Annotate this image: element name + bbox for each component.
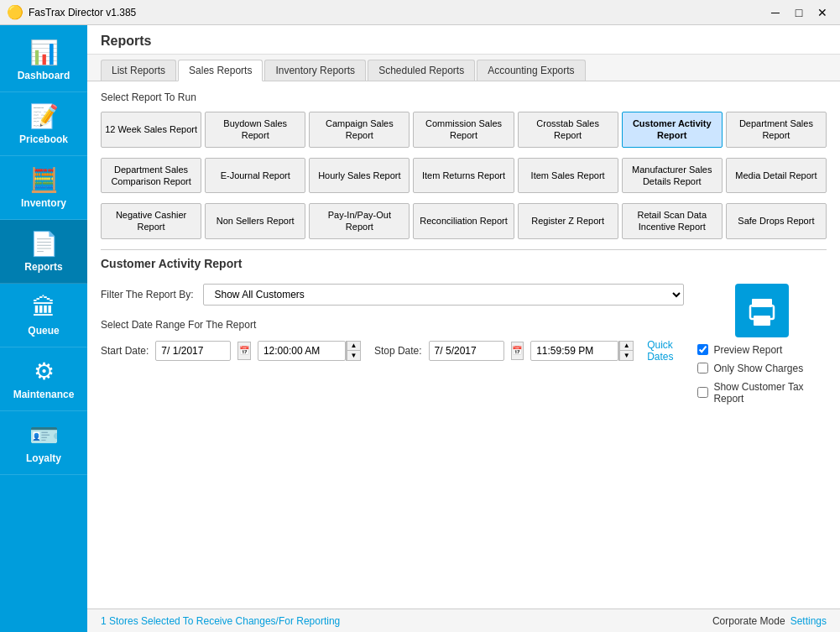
report-btn-dept-sales-comparison[interactable]: Department Sales Comparison Report bbox=[101, 158, 201, 194]
report-btn-media-detail[interactable]: Media Detail Report bbox=[726, 158, 827, 194]
stop-date-input[interactable] bbox=[429, 341, 504, 361]
app-title: FasTrax Director v1.385 bbox=[29, 7, 136, 18]
only-show-charges-checkbox[interactable] bbox=[697, 363, 708, 373]
stop-time-spinner[interactable]: ▲ ▼ bbox=[618, 341, 634, 361]
report-btn-register-z[interactable]: Register Z Report bbox=[518, 203, 618, 239]
status-bar: 1 Stores Selected To Receive Changes/For… bbox=[87, 608, 840, 632]
start-date-calendar-btn[interactable]: 📅 bbox=[237, 342, 251, 360]
preview-report-label: Preview Report bbox=[713, 344, 782, 356]
report-btn-customer-activity[interactable]: Customer Activity Report bbox=[622, 112, 723, 148]
main-content: Reports List Reports Sales Reports Inven… bbox=[87, 25, 840, 632]
sidebar-item-reports[interactable]: 📄 Reports bbox=[0, 220, 87, 284]
report-btn-crosstab-sales[interactable]: Crosstab Sales Report bbox=[518, 112, 618, 148]
report-btn-campaign-sales[interactable]: Campaign Sales Report bbox=[309, 112, 410, 148]
sidebar-label-maintenance: Maintenance bbox=[13, 389, 75, 400]
report-btn-non-sellers[interactable]: Non Sellers Report bbox=[205, 203, 305, 239]
only-show-charges-label: Only Show Charges bbox=[713, 363, 803, 374]
filter-row: Filter The Report By: Show All Customers bbox=[101, 284, 684, 306]
sidebar-label-inventory: Inventory bbox=[21, 197, 66, 209]
stop-time-input[interactable] bbox=[530, 341, 618, 361]
report-btn-item-returns[interactable]: Item Returns Report bbox=[413, 158, 514, 194]
stop-time-down[interactable]: ▼ bbox=[619, 351, 633, 360]
print-button[interactable] bbox=[735, 284, 789, 337]
stores-link[interactable]: 1 Stores Selected To Receive Changes/For… bbox=[101, 615, 340, 627]
stop-date-calendar-btn[interactable]: 📅 bbox=[511, 342, 524, 360]
section-divider bbox=[101, 249, 827, 250]
tab-scheduled-reports[interactable]: Scheduled Reports bbox=[368, 60, 475, 81]
report-btn-negative-cashier[interactable]: Negative Cashier Report bbox=[101, 203, 201, 239]
pricebook-icon: 📝 bbox=[29, 102, 59, 130]
settings-link[interactable]: Settings bbox=[790, 615, 827, 627]
tab-accounting-exports[interactable]: Accounting Exports bbox=[477, 60, 585, 81]
date-range-label: Select Date Range For The Report bbox=[101, 319, 684, 331]
maximize-button[interactable]: □ bbox=[788, 4, 810, 21]
start-date-input[interactable] bbox=[155, 341, 231, 361]
maintenance-icon: ⚙ bbox=[34, 358, 55, 385]
sidebar: 📊 Dashboard 📝 Pricebook 🧮 Inventory 📄 Re… bbox=[0, 25, 87, 632]
sidebar-item-dashboard[interactable]: 📊 Dashboard bbox=[0, 29, 87, 92]
sidebar-item-pricebook[interactable]: 📝 Pricebook bbox=[0, 92, 87, 156]
close-button[interactable]: ✕ bbox=[811, 4, 833, 21]
report-btn-retail-scan-data[interactable]: Retail Scan Data Incentive Report bbox=[622, 203, 723, 239]
start-time-spinner[interactable]: ▲ ▼ bbox=[346, 341, 361, 361]
tab-inventory-reports[interactable]: Inventory Reports bbox=[264, 60, 366, 81]
stop-time-wrapper: ▲ ▼ bbox=[530, 341, 634, 361]
reports-icon: 📄 bbox=[29, 230, 59, 258]
report-area: Select Report To Run 12 Week Sales Repor… bbox=[87, 81, 840, 608]
show-customer-tax-checkbox[interactable] bbox=[697, 387, 708, 398]
report-btn-safe-drops[interactable]: Safe Drops Report bbox=[726, 203, 827, 239]
inventory-icon: 🧮 bbox=[29, 166, 59, 194]
report-btn-ejournal[interactable]: E-Journal Report bbox=[205, 158, 305, 194]
report-btn-buydown-sales[interactable]: Buydown Sales Report bbox=[205, 112, 305, 148]
show-customer-tax-row: Show Customer Tax Report bbox=[697, 381, 827, 405]
sidebar-label-dashboard: Dashboard bbox=[18, 70, 70, 81]
tab-list-reports[interactable]: List Reports bbox=[101, 60, 176, 81]
start-time-down[interactable]: ▼ bbox=[347, 351, 360, 360]
report-btn-12-week-sales[interactable]: 12 Week Sales Report bbox=[101, 112, 201, 148]
report-btn-commission-sales[interactable]: Commission Sales Report bbox=[413, 112, 514, 148]
report-btn-manufacturer-sales-details[interactable]: Manufacturer Sales Details Report bbox=[622, 158, 723, 194]
report-btn-hourly-sales[interactable]: Hourly Sales Report bbox=[309, 158, 410, 194]
report-buttons-row2: Department Sales Comparison ReportE-Jour… bbox=[101, 158, 827, 194]
tab-sales-reports[interactable]: Sales Reports bbox=[178, 60, 263, 81]
show-customer-tax-label: Show Customer Tax Report bbox=[713, 381, 827, 405]
date-row: Start Date: 📅 ▲ ▼ Stop Date: bbox=[101, 339, 684, 363]
minimize-button[interactable]: ─ bbox=[764, 4, 786, 21]
sidebar-item-maintenance[interactable]: ⚙ Maintenance bbox=[0, 347, 87, 411]
report-btn-pay-in-pay-out[interactable]: Pay-In/Pay-Out Report bbox=[309, 203, 410, 239]
dashboard-icon: 📊 bbox=[29, 39, 59, 66]
report-btn-department-sales[interactable]: Department Sales Report bbox=[726, 112, 827, 148]
sidebar-label-loyalty: Loyalty bbox=[26, 452, 61, 464]
svg-rect-3 bbox=[769, 309, 772, 312]
report-form-right: Preview Report Only Show Charges Show Cu… bbox=[697, 284, 827, 405]
loyalty-icon: 🪪 bbox=[29, 421, 59, 449]
report-btn-reconciliation[interactable]: Reconciliation Report bbox=[413, 203, 514, 239]
sidebar-item-queue[interactable]: 🏛 Queue bbox=[0, 284, 87, 347]
sidebar-label-reports: Reports bbox=[24, 261, 62, 273]
start-date-label: Start Date: bbox=[101, 345, 149, 357]
report-btn-item-sales[interactable]: Item Sales Report bbox=[518, 158, 618, 194]
queue-icon: 🏛 bbox=[32, 294, 55, 321]
tabs-bar: List Reports Sales Reports Inventory Rep… bbox=[87, 55, 840, 81]
status-right: Corporate Mode Settings bbox=[712, 615, 827, 627]
report-form-left: Filter The Report By: Show All Customers… bbox=[101, 284, 684, 405]
start-time-wrapper: ▲ ▼ bbox=[258, 341, 361, 361]
start-time-input[interactable] bbox=[258, 341, 346, 361]
report-buttons-row1: 12 Week Sales ReportBuydown Sales Report… bbox=[101, 112, 827, 148]
sidebar-item-inventory[interactable]: 🧮 Inventory bbox=[0, 156, 87, 220]
mode-label: Corporate Mode bbox=[712, 615, 785, 627]
stop-time-up[interactable]: ▲ bbox=[619, 342, 633, 351]
sidebar-item-loyalty[interactable]: 🪪 Loyalty bbox=[0, 411, 87, 475]
report-form-body: Filter The Report By: Show All Customers… bbox=[101, 284, 827, 405]
app-icon: 🟡 bbox=[7, 4, 23, 20]
report-form: Customer Activity Report Filter The Repo… bbox=[101, 257, 827, 405]
preview-report-checkbox[interactable] bbox=[697, 344, 708, 355]
title-bar: 🟡 FasTrax Director v1.385 ─ □ ✕ bbox=[0, 0, 840, 25]
printer-icon bbox=[745, 294, 779, 327]
sidebar-label-pricebook: Pricebook bbox=[19, 133, 68, 145]
filter-select[interactable]: Show All Customers bbox=[203, 284, 684, 306]
start-time-up[interactable]: ▲ bbox=[347, 342, 360, 351]
only-show-charges-row: Only Show Charges bbox=[697, 363, 827, 374]
quick-dates-link[interactable]: Quick Dates bbox=[647, 339, 684, 363]
report-buttons-row3: Negative Cashier ReportNon Sellers Repor… bbox=[101, 203, 827, 239]
